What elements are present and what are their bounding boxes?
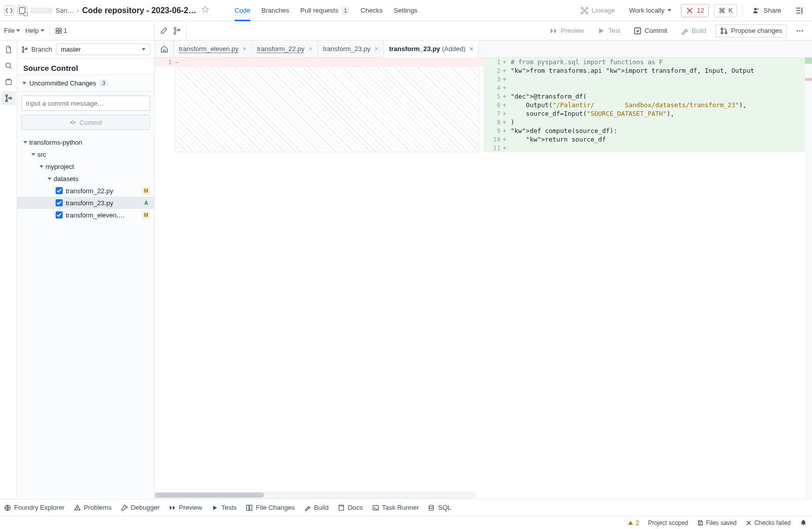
tab-branches[interactable]: Branches — [261, 0, 289, 21]
panel-build[interactable]: Build — [304, 504, 329, 511]
panel-sql[interactable]: SQL — [428, 504, 451, 511]
editor-tab[interactable]: transform_23.py × — [318, 40, 384, 57]
checkbox-checked-icon[interactable] — [56, 211, 63, 218]
tab-pull-requests[interactable]: Pull requests 1 — [300, 0, 349, 21]
code-line[interactable]: 1+# from pyspark.sql import functions as… — [483, 58, 812, 66]
rail-item-source-control[interactable] — [2, 91, 16, 105]
branch-icon[interactable] — [173, 27, 181, 35]
panel-docs[interactable]: Docs — [338, 504, 363, 511]
code-line[interactable]: 9+"kw">def compute(source_df): — [483, 126, 812, 135]
tab-home[interactable] — [155, 40, 174, 57]
code-line[interactable]: 4+ — [483, 83, 812, 92]
star-icon[interactable] — [201, 6, 209, 15]
tab-code[interactable]: Code — [235, 0, 250, 21]
preview-button[interactable]: Preview — [546, 25, 588, 37]
tree-folder-project[interactable]: myproject — [17, 160, 154, 172]
work-locally-dropdown[interactable]: Work locally — [624, 4, 676, 17]
breadcrumb-parent[interactable]: San… — [56, 7, 74, 14]
panel-tests[interactable]: Tests — [211, 504, 237, 511]
code-line[interactable]: 2+"kw">from transforms.api "kw">import t… — [483, 66, 812, 75]
code-line[interactable]: 7+ source_df=Input("SOURCE_DATASET_PATH"… — [483, 109, 812, 118]
code-line[interactable]: 8+) — [483, 118, 812, 126]
branch-select[interactable]: master — [56, 43, 150, 55]
svg-point-26 — [10, 97, 12, 99]
lineage-button[interactable]: Lineage — [576, 4, 619, 17]
close-icon[interactable]: × — [375, 45, 379, 53]
checkbox-checked-icon[interactable] — [56, 199, 63, 206]
panel-foundry-explorer[interactable]: Foundry Explorer — [4, 504, 65, 511]
tree-file[interactable]: transform_eleven.… M — [17, 209, 154, 221]
panel-label: Problems — [84, 504, 112, 511]
app-icon[interactable] — [4, 6, 14, 16]
diff-added-icon: + — [503, 135, 509, 144]
active-users[interactable]: 1 — [55, 27, 67, 34]
tab-checks[interactable]: Checks — [360, 0, 382, 21]
tree-folder-root[interactable]: transforms-python — [17, 136, 154, 148]
page-title[interactable]: Code repository - 2023-06-28 14:5… — [82, 6, 198, 15]
commit-staged-button[interactable]: Commit — [21, 115, 150, 130]
panel-preview[interactable]: Preview — [169, 504, 202, 511]
tree-folder-src[interactable]: src — [17, 148, 154, 160]
resource-icon[interactable] — [17, 6, 27, 16]
edit-icon[interactable] — [160, 27, 168, 35]
package-icon — [5, 78, 13, 86]
close-icon[interactable]: × — [243, 45, 247, 53]
more-button[interactable] — [792, 25, 808, 37]
tab-settings[interactable]: Settings — [394, 0, 418, 21]
share-button[interactable]: Share — [748, 4, 786, 17]
commit-message-input[interactable] — [21, 96, 150, 111]
editor-tab[interactable]: transform_23.py (Added) × — [384, 40, 479, 58]
diff-original-pane[interactable]: 1 — — [155, 58, 483, 499]
diff-modified-pane[interactable]: 1+# from pyspark.sql import functions as… — [483, 58, 812, 499]
panel-toggle-button[interactable] — [791, 4, 808, 17]
errors-button[interactable]: 12 — [681, 4, 708, 17]
horizontal-scrollbar[interactable] — [155, 492, 476, 499]
svg-point-6 — [754, 8, 757, 10]
close-icon[interactable]: × — [308, 45, 312, 53]
panel-task-runner[interactable]: Task Runner — [372, 504, 419, 511]
rail-item-files[interactable] — [2, 42, 16, 57]
tab-label: transform_eleven.py — [179, 45, 239, 53]
bell-icon[interactable] — [800, 519, 807, 526]
editor-tab[interactable]: transform_22.py × — [252, 40, 318, 57]
status-saved[interactable]: Files saved — [697, 519, 737, 526]
propose-changes-button[interactable]: Propose changes — [715, 24, 787, 37]
tree-file[interactable]: transform_23.py A — [17, 197, 154, 209]
commit-button[interactable]: Commit — [629, 25, 671, 37]
status-warnings[interactable]: 2 — [627, 519, 639, 526]
diff-empty-region — [175, 66, 479, 152]
rail-item-packages[interactable] — [2, 75, 16, 89]
button-label: Commit — [645, 27, 667, 34]
wrench-icon — [121, 504, 128, 511]
command-palette-button[interactable]: ⌘ K — [714, 4, 738, 17]
panel-problems[interactable]: Problems — [74, 504, 112, 511]
status-checks[interactable]: Checks failed — [746, 519, 791, 526]
test-button[interactable]: Test — [593, 25, 624, 37]
panel-debugger[interactable]: Debugger — [121, 504, 160, 511]
svg-rect-36 — [373, 505, 378, 510]
lineage-icon — [580, 7, 589, 15]
rail-item-search[interactable] — [2, 59, 16, 73]
editor-tab[interactable]: transform_eleven.py × — [174, 40, 252, 57]
tree-folder-datasets[interactable]: datasets — [17, 172, 154, 185]
minimap[interactable] — [805, 58, 812, 499]
code-line[interactable]: 3+ — [483, 75, 812, 83]
terminal-icon — [372, 504, 379, 511]
uncommitted-changes-header[interactable]: Uncommitted Changes 3 — [17, 74, 154, 92]
tree-file[interactable]: transform_22.py M — [17, 185, 154, 197]
code-line[interactable]: 5+"dec">@transform_df( — [483, 92, 812, 101]
close-icon[interactable]: × — [469, 45, 473, 53]
build-button[interactable]: Build — [676, 25, 710, 37]
bottom-panel-bar: Foundry Explorer Problems Debugger Previ… — [0, 499, 812, 516]
code-text: "kw">from — [509, 66, 545, 75]
code-line[interactable]: 6+ Output("/Palantir/ Sandbox/datasets/t… — [483, 101, 812, 109]
status-scope[interactable]: Project scoped — [648, 519, 688, 526]
checkbox-checked-icon[interactable] — [56, 187, 63, 194]
menu-file[interactable]: File — [4, 27, 20, 34]
menu-help[interactable]: Help — [25, 27, 44, 34]
code-line[interactable]: 10+ "kw">return source_df — [483, 135, 812, 144]
diff-icon — [246, 504, 253, 511]
code-line[interactable]: 11+ — [483, 144, 812, 152]
panel-file-changes[interactable]: File Changes — [246, 504, 295, 511]
pull-requests-count: 1 — [341, 7, 349, 15]
